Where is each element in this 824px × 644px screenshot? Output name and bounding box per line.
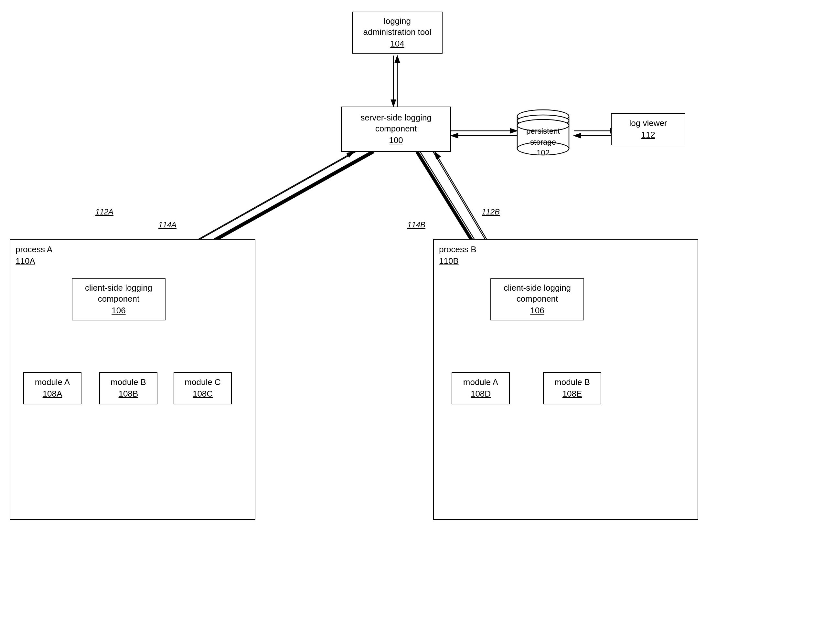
client-side-a-label: client-side logging component — [85, 282, 152, 305]
logging-admin-tool-box: logging administration tool 104 — [352, 12, 443, 54]
server-side-box: server-side logging component 100 — [341, 107, 451, 152]
server-side-ref: 100 — [389, 135, 403, 146]
module-d-label: module A — [463, 377, 498, 388]
persistent-storage-label: persistentstorage — [526, 127, 560, 146]
module-c-label: module C — [184, 377, 220, 388]
client-side-a-box: client-side logging component 106 — [72, 278, 166, 320]
module-a-label: module A — [35, 377, 70, 388]
client-side-b-label: client-side logging component — [504, 282, 571, 305]
ref-112a: 112A — [95, 207, 114, 216]
module-b-box: module B 108B — [99, 372, 157, 404]
process-a-container: process A 110A client-side logging compo… — [10, 239, 255, 520]
logging-admin-ref: 104 — [390, 38, 404, 49]
log-viewer-label: log viewer — [629, 118, 667, 129]
client-side-b-box: client-side logging component 106 — [490, 278, 584, 320]
module-e-ref: 108E — [563, 388, 582, 400]
diagram: logging administration tool 104 server-s… — [0, 0, 824, 644]
module-d-box: module A 108D — [452, 372, 510, 404]
module-c-ref: 108C — [193, 388, 213, 400]
ref-112b: 112B — [482, 207, 500, 216]
client-side-b-ref: 106 — [530, 305, 544, 316]
process-b-container: process B 110B client-side logging compo… — [433, 239, 698, 520]
log-viewer-ref: 112 — [641, 129, 655, 141]
module-b-label: module B — [111, 377, 146, 388]
module-b-ref: 108B — [118, 388, 138, 400]
client-side-a-ref: 106 — [112, 305, 125, 316]
process-b-label: process B 110B — [439, 244, 477, 267]
module-c-box: module C 108C — [174, 372, 232, 404]
ref-114b: 114B — [407, 220, 426, 229]
ref-114a: 114A — [158, 220, 177, 229]
module-d-ref: 108D — [471, 388, 491, 400]
persistent-storage-ref: 102 — [537, 148, 550, 157]
log-viewer-box: log viewer 112 — [611, 113, 685, 145]
module-a-ref: 108A — [43, 388, 62, 400]
server-side-label: server-side logging component — [360, 112, 432, 134]
module-e-label: module B — [554, 377, 590, 388]
module-a-box: module A 108A — [23, 372, 81, 404]
logging-admin-label: logging administration tool — [363, 16, 432, 38]
process-a-label: process A 110A — [15, 244, 52, 267]
persistent-storage-cylinder: persistentstorage 102 — [511, 107, 575, 158]
module-e-box: module B 108E — [543, 372, 601, 404]
